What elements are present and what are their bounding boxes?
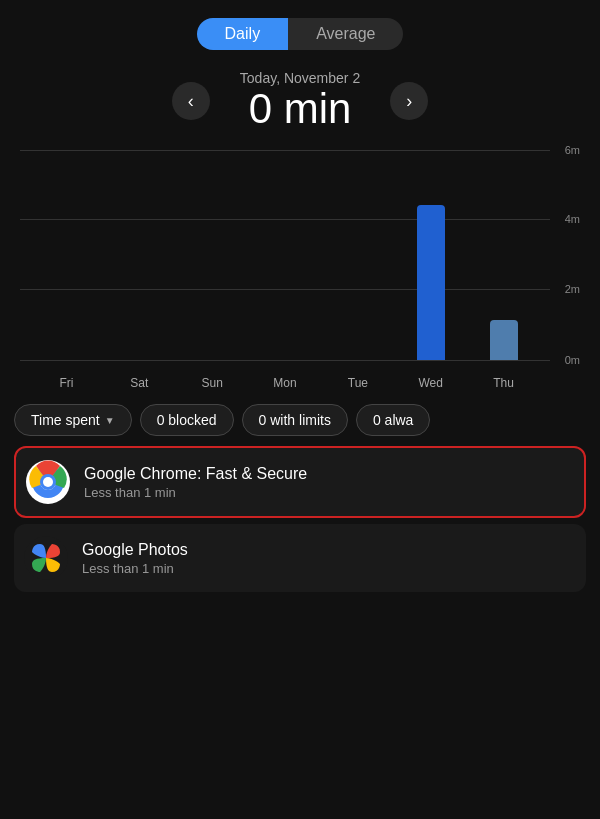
app-item-photos[interactable]: Google PhotosLess than 1 min — [14, 524, 586, 592]
total-time: 0 min — [240, 86, 360, 132]
filter-blocked[interactable]: 0 blocked — [140, 404, 234, 436]
tab-bar: Daily Average — [0, 0, 600, 60]
photos-icon — [24, 536, 68, 580]
grid-line — [20, 360, 550, 361]
axis-labels: FriSatSunMonTueWedThu — [20, 376, 550, 390]
date-navigation: ‹ Today, November 2 0 min › — [0, 70, 600, 132]
bar-group-wed — [394, 205, 467, 360]
app-time-photos: Less than 1 min — [82, 561, 188, 576]
bar-group-thu — [467, 320, 540, 360]
grid-label: 2m — [565, 283, 580, 295]
date-info: Today, November 2 0 min — [240, 70, 360, 132]
bar-thu — [490, 320, 518, 360]
filter-with-limits[interactable]: 0 with limits — [242, 404, 348, 436]
app-name-chrome: Google Chrome: Fast & Secure — [84, 465, 307, 483]
axis-label-thu: Thu — [467, 376, 540, 390]
grid-label: 6m — [565, 144, 580, 156]
app-name-photos: Google Photos — [82, 541, 188, 559]
filter-time-spent[interactable]: Time spent▼ — [14, 404, 132, 436]
dropdown-arrow-icon: ▼ — [105, 415, 115, 426]
axis-label-tue: Tue — [321, 376, 394, 390]
bar-wed — [417, 205, 445, 360]
svg-point-3 — [43, 477, 53, 487]
filter-always[interactable]: 0 alwa — [356, 404, 430, 436]
app-time-chrome: Less than 1 min — [84, 485, 307, 500]
chrome-icon — [26, 460, 70, 504]
app-text-photos: Google PhotosLess than 1 min — [82, 541, 188, 576]
axis-label-mon: Mon — [249, 376, 322, 390]
bars-area — [20, 150, 550, 360]
grid-label: 4m — [565, 213, 580, 225]
tab-average[interactable]: Average — [288, 18, 403, 50]
app-item-chrome[interactable]: Google Chrome: Fast & SecureLess than 1 … — [14, 446, 586, 518]
next-arrow[interactable]: › — [390, 82, 428, 120]
usage-chart: 6m4m2m0m FriSatSunMonTueWedThu — [20, 150, 580, 390]
tab-daily[interactable]: Daily — [197, 18, 289, 50]
date-label: Today, November 2 — [240, 70, 360, 86]
axis-label-sat: Sat — [103, 376, 176, 390]
app-list: Google Chrome: Fast & SecureLess than 1 … — [14, 446, 586, 592]
prev-arrow[interactable]: ‹ — [172, 82, 210, 120]
app-text-chrome: Google Chrome: Fast & SecureLess than 1 … — [84, 465, 307, 500]
grid-label: 0m — [565, 354, 580, 366]
axis-label-sun: Sun — [176, 376, 249, 390]
filter-row: Time spent▼0 blocked0 with limits0 alwa — [14, 404, 586, 436]
axis-label-fri: Fri — [30, 376, 103, 390]
axis-label-wed: Wed — [394, 376, 467, 390]
